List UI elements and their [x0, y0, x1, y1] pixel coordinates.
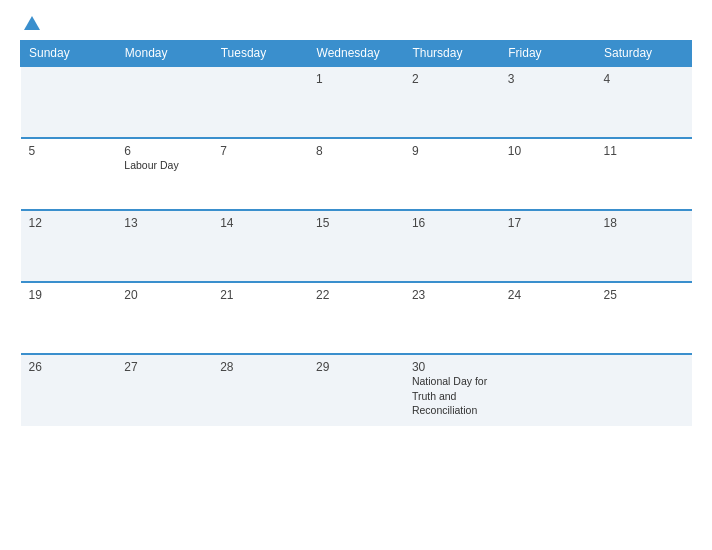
day-number: 12	[29, 216, 109, 230]
calendar-cell	[116, 66, 212, 138]
day-number: 3	[508, 72, 588, 86]
calendar-week-1: 1234	[21, 66, 692, 138]
day-number: 28	[220, 360, 300, 374]
day-number: 27	[124, 360, 204, 374]
calendar-cell: 27	[116, 354, 212, 426]
calendar-cell: 10	[500, 138, 596, 210]
col-friday: Friday	[500, 41, 596, 67]
calendar-cell: 6Labour Day	[116, 138, 212, 210]
calendar-week-4: 19202122232425	[21, 282, 692, 354]
calendar-cell: 28	[212, 354, 308, 426]
calendar-cell: 11	[596, 138, 692, 210]
day-number: 8	[316, 144, 396, 158]
logo	[20, 16, 40, 30]
day-number: 1	[316, 72, 396, 86]
calendar-body: 123456Labour Day789101112131415161718192…	[21, 66, 692, 426]
day-number: 26	[29, 360, 109, 374]
day-number: 16	[412, 216, 492, 230]
calendar-cell: 30National Day for Truth and Reconciliat…	[404, 354, 500, 426]
day-number: 5	[29, 144, 109, 158]
calendar-week-5: 2627282930National Day for Truth and Rec…	[21, 354, 692, 426]
calendar-table: Sunday Monday Tuesday Wednesday Thursday…	[20, 40, 692, 426]
calendar-cell: 26	[21, 354, 117, 426]
day-number: 10	[508, 144, 588, 158]
calendar-cell: 2	[404, 66, 500, 138]
col-wednesday: Wednesday	[308, 41, 404, 67]
calendar-cell: 13	[116, 210, 212, 282]
day-number: 19	[29, 288, 109, 302]
calendar-page: Sunday Monday Tuesday Wednesday Thursday…	[0, 0, 712, 550]
calendar-cell: 29	[308, 354, 404, 426]
calendar-cell: 22	[308, 282, 404, 354]
day-number: 15	[316, 216, 396, 230]
calendar-cell: 3	[500, 66, 596, 138]
calendar-cell: 17	[500, 210, 596, 282]
calendar-cell	[596, 354, 692, 426]
col-monday: Monday	[116, 41, 212, 67]
day-number: 24	[508, 288, 588, 302]
day-number: 22	[316, 288, 396, 302]
day-number: 9	[412, 144, 492, 158]
col-sunday: Sunday	[21, 41, 117, 67]
calendar-cell: 5	[21, 138, 117, 210]
calendar-cell	[212, 66, 308, 138]
calendar-week-2: 56Labour Day7891011	[21, 138, 692, 210]
calendar-cell: 15	[308, 210, 404, 282]
day-number: 20	[124, 288, 204, 302]
day-number: 21	[220, 288, 300, 302]
day-number: 18	[604, 216, 684, 230]
calendar-cell: 16	[404, 210, 500, 282]
day-number: 11	[604, 144, 684, 158]
header	[20, 16, 692, 30]
calendar-cell: 21	[212, 282, 308, 354]
calendar-cell	[500, 354, 596, 426]
calendar-cell: 18	[596, 210, 692, 282]
day-number: 13	[124, 216, 204, 230]
col-saturday: Saturday	[596, 41, 692, 67]
calendar-cell: 23	[404, 282, 500, 354]
calendar-cell: 1	[308, 66, 404, 138]
calendar-week-3: 12131415161718	[21, 210, 692, 282]
calendar-cell: 25	[596, 282, 692, 354]
day-number: 30	[412, 360, 492, 374]
calendar-cell: 20	[116, 282, 212, 354]
calendar-cell: 24	[500, 282, 596, 354]
day-number: 7	[220, 144, 300, 158]
day-number: 25	[604, 288, 684, 302]
day-event: Labour Day	[124, 159, 178, 171]
calendar-cell: 7	[212, 138, 308, 210]
calendar-cell: 9	[404, 138, 500, 210]
col-thursday: Thursday	[404, 41, 500, 67]
day-number: 6	[124, 144, 204, 158]
calendar-cell	[21, 66, 117, 138]
header-row: Sunday Monday Tuesday Wednesday Thursday…	[21, 41, 692, 67]
logo-triangle-icon	[24, 16, 40, 30]
calendar-header: Sunday Monday Tuesday Wednesday Thursday…	[21, 41, 692, 67]
day-number: 23	[412, 288, 492, 302]
calendar-cell: 8	[308, 138, 404, 210]
day-number: 17	[508, 216, 588, 230]
calendar-cell: 4	[596, 66, 692, 138]
col-tuesday: Tuesday	[212, 41, 308, 67]
day-number: 2	[412, 72, 492, 86]
calendar-cell: 14	[212, 210, 308, 282]
day-event: National Day for Truth and Reconciliatio…	[412, 375, 487, 416]
logo-blue-text	[20, 16, 40, 30]
calendar-cell: 12	[21, 210, 117, 282]
day-number: 4	[604, 72, 684, 86]
calendar-cell: 19	[21, 282, 117, 354]
day-number: 29	[316, 360, 396, 374]
day-number: 14	[220, 216, 300, 230]
